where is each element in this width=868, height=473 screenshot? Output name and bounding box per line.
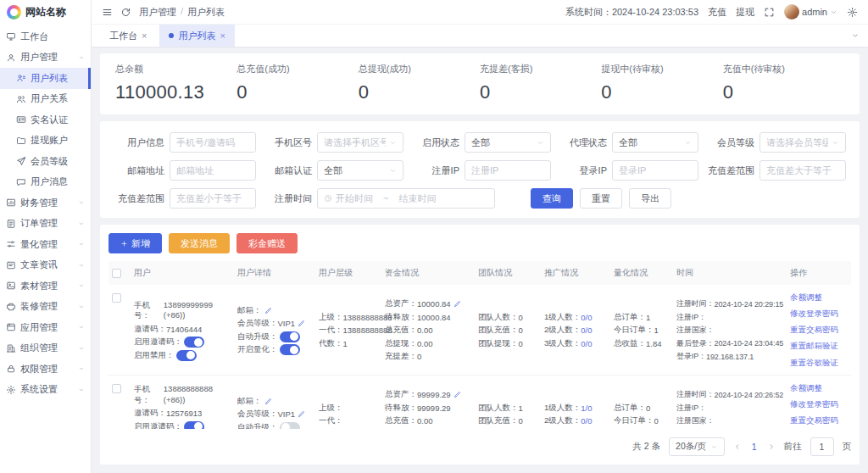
current-page[interactable]: 1: [750, 442, 759, 452]
sidebar-item-withdraw-account[interactable]: 提现账户: [0, 131, 91, 152]
sidebar-item-label: 订单管理: [20, 217, 74, 230]
op-link[interactable]: 重置邮箱验证: [790, 339, 848, 353]
sidebar-item-workbench[interactable]: 工作台: [0, 26, 91, 47]
breadcrumb-parent[interactable]: 用户管理: [139, 6, 176, 19]
refresh-icon[interactable]: [120, 7, 131, 18]
send-message-button[interactable]: 发送消息: [169, 233, 230, 253]
toggle[interactable]: [176, 350, 197, 361]
sidebar-item-realname-auth[interactable]: 实名认证: [0, 109, 91, 131]
op-link[interactable]: 重置谷歌验证: [790, 356, 848, 370]
recharge-link[interactable]: 充值: [708, 6, 726, 19]
brand[interactable]: 网站名称: [0, 0, 91, 24]
op-link[interactable]: 修改登录密码: [790, 307, 848, 321]
gear-icon: [6, 385, 16, 395]
recharge-diff-min-field[interactable]: [766, 165, 839, 175]
sidebar-item-label: 文章资讯: [20, 259, 74, 271]
sidebar-item-material[interactable]: 素材管理: [0, 275, 91, 297]
op-link[interactable]: 重置交易密码: [790, 414, 848, 428]
page-size-select[interactable]: 20条/页: [669, 437, 725, 456]
tabbar-chevron-down-icon[interactable]: [851, 31, 860, 40]
member-level-select[interactable]: 请选择会员等级: [760, 132, 846, 153]
row-checkbox[interactable]: [112, 384, 121, 393]
withdraw-link[interactable]: 提现: [736, 6, 754, 19]
register-time-daterange[interactable]: 开始时间~结束时间: [317, 188, 495, 209]
column-header: 团队情况: [475, 267, 541, 279]
sidebar-item-system[interactable]: 系统设置: [0, 380, 91, 401]
sidebar-item-user-management[interactable]: 用户管理: [0, 47, 91, 69]
sidebar-item-user-list[interactable]: 用户列表: [0, 68, 91, 89]
sidebar-item-member-level[interactable]: 会员等级: [0, 151, 91, 172]
pencil-icon[interactable]: [453, 391, 461, 398]
sidebar-item-organization[interactable]: 组织管理: [0, 338, 91, 359]
sidebar-item-finance[interactable]: 财务管理: [0, 192, 91, 214]
bonus-gift-button[interactable]: 彩金赠送: [236, 233, 298, 253]
toggle[interactable]: [280, 422, 300, 429]
op-link[interactable]: 重置交易密码: [790, 323, 848, 337]
email-address-field[interactable]: [176, 165, 249, 175]
sidebar-item-label: 系统设置: [20, 383, 74, 396]
reset-button[interactable]: 重置: [580, 188, 622, 209]
filter-label: 代理状态: [554, 136, 607, 149]
next-page-icon[interactable]: [767, 442, 776, 451]
tab-user-list[interactable]: 用户列表×: [159, 25, 234, 47]
sidebar-item-quant[interactable]: 量化管理: [0, 234, 91, 255]
pencil-icon[interactable]: [453, 300, 461, 308]
toggle[interactable]: [184, 337, 204, 348]
user-info-input[interactable]: [170, 132, 256, 153]
user-menu[interactable]: admin: [784, 4, 837, 19]
pencil-icon[interactable]: [298, 410, 305, 418]
pencil-icon[interactable]: [264, 307, 272, 314]
user-info-field[interactable]: [176, 137, 249, 147]
add-button[interactable]: 新增: [108, 233, 162, 253]
search-button[interactable]: 查询: [531, 188, 573, 209]
team-value: 0: [519, 326, 523, 335]
row-checkbox[interactable]: [112, 293, 121, 303]
pencil-icon[interactable]: [298, 320, 305, 327]
recharge-diff-min-input[interactable]: [760, 160, 846, 181]
chevron-down-icon: [684, 139, 692, 147]
recharge-diff-max-field[interactable]: [176, 193, 249, 203]
agent-status-select[interactable]: 全部: [612, 132, 698, 153]
detail-line: 邮箱：: [237, 305, 312, 316]
toggle[interactable]: [280, 344, 300, 355]
prev-page-icon[interactable]: [733, 442, 742, 451]
goto-page-input[interactable]: [810, 437, 834, 456]
phone-area-select[interactable]: 请选择手机区号: [317, 132, 403, 153]
login-ip-input[interactable]: [612, 160, 698, 181]
plus-icon: [120, 240, 128, 248]
hamburger-icon[interactable]: [102, 7, 113, 18]
time-line: 注册国家：: [676, 415, 783, 426]
fullscreen-icon[interactable]: [764, 7, 775, 18]
export-button[interactable]: 导出: [629, 188, 671, 209]
login-ip-field[interactable]: [619, 165, 692, 175]
op-link[interactable]: 余额调整: [790, 381, 848, 396]
pencil-icon[interactable]: [264, 398, 272, 405]
recharge-diff-max-input[interactable]: [170, 188, 256, 209]
lock-icon: [6, 364, 16, 374]
register-ip-field[interactable]: [471, 165, 544, 175]
close-icon[interactable]: ×: [220, 31, 225, 41]
sidebar-item-permission[interactable]: 权限管理: [0, 359, 91, 380]
sidebar-item-decoration[interactable]: 装修管理: [0, 297, 91, 318]
sidebar-item-application[interactable]: 应用管理: [0, 317, 91, 338]
sidebar-item-user-message[interactable]: 用户消息: [0, 172, 91, 193]
select-all-checkbox[interactable]: [112, 269, 121, 278]
settings-gear-icon[interactable]: [847, 7, 858, 18]
email-address-input[interactable]: [170, 160, 256, 181]
toggle[interactable]: [184, 421, 204, 430]
register-ip-input[interactable]: [465, 160, 551, 181]
sidebar-item-order[interactable]: 订单管理: [0, 214, 91, 235]
tab-workbench[interactable]: 工作台×: [100, 25, 156, 47]
op-link[interactable]: 余额调整: [790, 291, 848, 305]
table-row: 手机号：13888888888 (+86))邀请码：12576913启用邀请码：…: [108, 376, 851, 429]
sidebar-item-article[interactable]: 文章资讯: [0, 255, 91, 276]
email-auth-select[interactable]: 全部: [317, 160, 403, 181]
sidebar-item-user-relation[interactable]: 用户关系: [0, 89, 91, 110]
chevron-down-icon: [78, 387, 85, 393]
sidebar-item-label: 组织管理: [20, 342, 74, 354]
op-link[interactable]: 修改登录密码: [790, 398, 848, 412]
enable-status-select[interactable]: 全部: [465, 132, 551, 153]
close-icon[interactable]: ×: [142, 31, 147, 41]
team-line: 团队充值：0: [478, 325, 537, 336]
toggle[interactable]: [280, 331, 300, 342]
